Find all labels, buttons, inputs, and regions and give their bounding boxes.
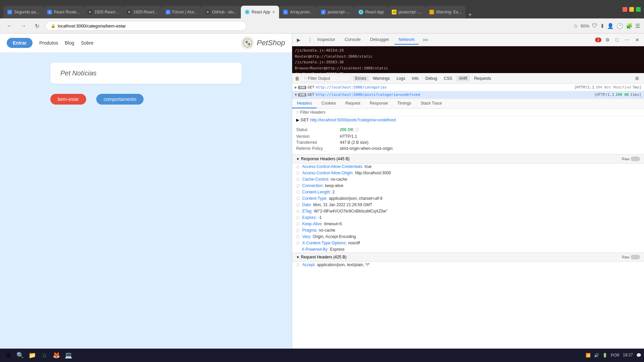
resp-header-ct: ⓘ Content-Type: application/json; charse… [292,195,644,202]
browser-tab-11[interactable]: JS javascript -... [388,6,425,18]
devtools-settings-button[interactable]: ⚙ [603,36,612,44]
transferred-row: Transferred 447 B (2 B size) [296,139,640,145]
filter-errors-btn[interactable]: Errors [353,75,369,81]
devtools-tab-inspector[interactable]: Inspector [313,35,339,45]
browser-tab-7[interactable]: ⚛ React App ✕ [241,6,279,18]
detail-tab-stacktrace[interactable]: Stack Trace [416,99,446,108]
tab-favicon-11: JS [392,10,396,14]
address-bar[interactable]: 🔒 [45,21,247,31]
filter-xhr-btn[interactable]: XHR [456,75,470,81]
tab-label-7: React App [252,10,270,14]
header-name-pragma: Pragma: [302,228,317,233]
browser-tab-2[interactable]: a React Route... [43,6,84,18]
address-input[interactable] [58,23,241,28]
browser-tab-10[interactable]: ⚛ React App [355,6,388,18]
browser-tab-1[interactable]: A Segundo pa... [3,6,43,18]
detail-tab-response[interactable]: Response [365,99,392,108]
detail-tab-cookies[interactable]: Cookies [317,99,340,108]
error-badge: 2 [595,38,601,42]
taskbar-notification-icon[interactable]: 💬 [636,353,641,358]
profile-icon[interactable]: 👤 [607,23,614,29]
download-icon[interactable]: ⬇ [600,23,604,29]
raw-switch[interactable] [631,157,640,161]
devtools-more-tabs[interactable]: >> [421,36,429,44]
nav-sobre[interactable]: Sobre [81,40,93,46]
tab-close-7[interactable]: ✕ [272,10,275,14]
devtools-dock-button[interactable]: □ [614,36,621,44]
browser-tab-5[interactable]: a Fórum | Alur... [162,6,201,18]
devtools-close-button[interactable]: ✕ [633,36,641,44]
window-close-button[interactable] [623,7,627,12]
clear-network-button[interactable]: 🗑 [295,76,300,81]
menu-icon[interactable]: ☰ [635,23,640,29]
back-button[interactable]: ← [4,21,15,30]
browser-tab-8[interactable]: a Array.proto... [279,6,317,18]
raw-toggle[interactable]: Raw [622,157,640,161]
devtools-tab-debugger[interactable]: Debugger [366,35,393,45]
filter-logs-btn[interactable]: Logs [394,75,408,81]
window-minimize-button[interactable] [629,7,634,12]
referrer-row: Referrer Policy strict-origin-when-cross… [296,145,640,152]
request-raw-toggle[interactable]: Raw [622,255,640,259]
taskbar-firefox-button[interactable]: 🦊 [51,350,62,361]
response-headers-toggle[interactable]: ▼ [296,157,300,161]
header-value-cc: no-cache [331,177,347,182]
filter-debug-btn[interactable]: Debug [423,75,440,81]
request-2-timing: 11ms] [630,93,641,97]
filter-info-btn[interactable]: Info [409,75,421,81]
nav-produtos[interactable]: Produtos [39,40,58,46]
get-row-toggle[interactable]: ▶ [296,118,299,122]
filter-output-input[interactable]: ▽ Filter Output [301,75,351,82]
browser-tab-6[interactable]: ⚙ GitHub - alu... [201,6,241,18]
tag-comportamento-button[interactable]: comportamento [96,94,144,105]
header-info-icon-10: ⓘ [296,222,300,227]
refresh-button[interactable]: ↻ [32,21,42,31]
petshop-logo: 🐾 PetShop [241,36,285,50]
window-maximize-button[interactable] [636,7,641,12]
taskbar-search-button[interactable]: 🔍 [15,350,25,361]
browser-tab-4[interactable]: ⚙ 1925-React... [123,6,162,18]
entrar-button[interactable]: Entrar [7,38,33,48]
request-headers-title: Request Headers (425 B) [301,255,346,259]
browser-tab-3[interactable]: ⚙ 1925-React... [84,6,122,18]
detail-tab-timings[interactable]: Timings [392,99,416,108]
extensions-icon[interactable]: 🧩 [626,23,633,29]
filter-warnings-btn[interactable]: Warnings [370,75,392,81]
filter-requests-btn[interactable]: Requests [471,75,494,81]
history-icon[interactable]: 🕐 [616,23,623,29]
devtools-inspect-button[interactable]: ▶ [295,36,303,44]
header-name-ka: Keep-Alive: [302,222,323,226]
console-line-3: /js/bundle.js:39583:30 [295,59,641,65]
filter-css-btn[interactable]: CSS [441,75,455,81]
response-headers-section[interactable]: ▼ Response Headers (445 B) Raw [292,154,644,164]
taskbar-spotify-button[interactable]: ♫ [39,350,50,361]
new-tab-button[interactable]: + [466,11,475,18]
network-settings-btn[interactable]: ⚙ [633,74,641,82]
request-raw-label: Raw [622,255,629,259]
devtools-responsive-button[interactable]: ⎹ [304,36,312,44]
request-raw-switch[interactable] [631,255,640,259]
devtools-overflow-button[interactable]: ⋯ [623,36,631,44]
browser-tab-12[interactable]: ! Warning: Ea... [425,6,466,18]
taskbar-vscode-button[interactable]: 💻 [63,350,74,361]
request-details: Headers Cookies Request Response Timings… [292,99,644,354]
request-1-toggle[interactable]: ▶ [295,85,297,89]
devtools-tab-network[interactable]: Network [394,35,419,45]
devtools-tab-console[interactable]: Console [340,35,365,45]
detail-tab-request[interactable]: Request [341,99,365,108]
request-row-2[interactable]: ▼ XHR GET http://localhost:5000/posts?ca… [292,91,644,99]
resp-header-xpb: X-Powered-By: Express [292,246,644,252]
browser-tab-9[interactable]: a javascript -... [317,6,355,18]
taskbar-explorer-button[interactable]: 📁 [27,350,38,361]
request-row-1[interactable]: ▶ XHR GET http://localhost:5000/categori… [292,84,644,91]
request-headers-section[interactable]: ▼ Request Headers (425 B) Raw [292,252,644,262]
bookmark-icon[interactable]: ☆ [573,23,578,29]
forward-button[interactable]: → [18,21,29,30]
taskbar-windows-button[interactable]: ⊞ [3,350,13,361]
detail-tab-headers[interactable]: Headers [292,99,317,108]
request-2-toggle[interactable]: ▼ [295,93,297,97]
nav-blog[interactable]: Blog [65,40,74,46]
tag-bem-estar-button[interactable]: bem-estar [50,94,86,105]
request-headers-toggle[interactable]: ▼ [296,255,300,259]
petshop-logo-svg: 🐾 [243,38,253,48]
